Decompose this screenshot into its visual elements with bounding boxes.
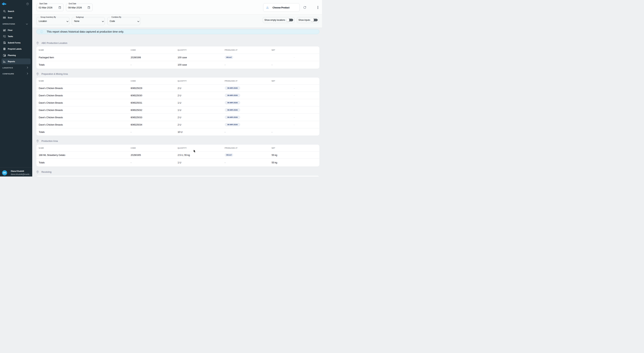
svg-text:i: i <box>42 31 42 33</box>
